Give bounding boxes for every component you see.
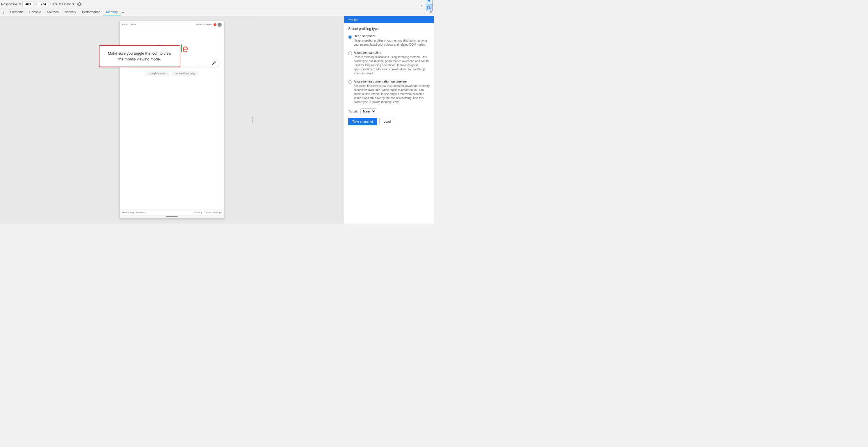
height-input[interactable] (38, 1, 49, 7)
responsive-dropdown-icon[interactable] (19, 3, 21, 5)
action-buttons: Take snapshot Load (348, 118, 430, 125)
search-buttons: Google Search I'm Feeling Lucky (146, 71, 198, 76)
toggle-device-container: Toggle device toolbar Ctrl + Shift + M (426, 0, 433, 11)
apps-icon (214, 23, 216, 26)
toggle-device-button[interactable] (426, 4, 433, 11)
target-label: Target: (348, 110, 358, 113)
images-link[interactable]: Images (204, 23, 212, 26)
allocation-timeline-option: Allocation instrumentation on timeline A… (348, 80, 430, 104)
mobile-nav-links: About Store (122, 23, 136, 26)
load-button[interactable]: Load (379, 118, 395, 125)
google-search-button[interactable]: Google Search (146, 71, 169, 76)
main-content: About Store Gmail Images G o o (0, 16, 434, 224)
resize-handle[interactable] (252, 111, 254, 129)
tab-elements[interactable]: Elements (7, 9, 27, 15)
take-snapshot-button[interactable]: Take snapshot (348, 118, 377, 125)
mobile-header-icons (214, 23, 222, 27)
heap-snapshot-label[interactable]: Heap snapshot Heap snapshot profiles sho… (348, 34, 430, 47)
logo-e: e (182, 43, 188, 55)
tab-performance[interactable]: Performance (79, 9, 103, 15)
target-row: Target: Main (348, 108, 430, 114)
store-link[interactable]: Store (131, 23, 136, 26)
allocation-timeline-desc: Allocation timelines show instrumented J… (354, 84, 430, 104)
svg-marker-0 (19, 3, 21, 5)
panel-content: Select profiling type Heap snapshot Heap… (344, 23, 434, 224)
heap-snapshot-radio[interactable] (348, 35, 352, 39)
zoom-label: 100% (50, 2, 58, 6)
more-options-button[interactable]: ⋮ (419, 1, 424, 7)
about-link[interactable]: About (122, 23, 128, 26)
device-toggle-icon (427, 5, 431, 9)
allocation-sampling-desc: Record memory allocations using sampling… (354, 55, 430, 75)
target-select[interactable]: Main (361, 108, 376, 114)
advertising-link[interactable]: Advertising (122, 211, 134, 214)
heap-snapshot-title: Heap snapshot (354, 34, 430, 38)
tab-console[interactable]: Console (27, 9, 44, 15)
cursor-icon (427, 0, 431, 3)
tab-network[interactable]: Network (62, 9, 79, 15)
mobile-header-right: Gmail Images (196, 23, 222, 27)
mobile-browser-header: About Store Gmail Images (120, 21, 224, 28)
allocation-sampling-option: Allocation sampling Record memory alloca… (348, 51, 430, 75)
tab-sources[interactable]: Sources (44, 9, 61, 15)
devtools-tabs-bar: ⋮ Elements Console Sources Network Perfo… (0, 8, 434, 16)
online-label: Online (62, 2, 71, 6)
heap-snapshot-desc: Heap snapshot profiles show memory distr… (354, 39, 430, 47)
profiles-label: Profiles (348, 18, 359, 22)
tab-memory[interactable]: Memory (103, 9, 121, 15)
dimension-separator: × (35, 2, 36, 6)
heap-snapshot-content: Heap snapshot Heap snapshot profiles sho… (354, 34, 430, 47)
inspect-element-button[interactable] (426, 0, 433, 4)
mic-icon: 🎤 (212, 61, 216, 65)
responsive-label[interactable]: Responsive (1, 2, 18, 6)
svg-marker-2 (72, 3, 74, 5)
resize-dots (252, 117, 253, 123)
mobile-bottom-bar (120, 215, 224, 218)
profiles-section-header[interactable]: Profiles (344, 16, 434, 23)
allocation-sampling-title: Allocation sampling (354, 51, 430, 54)
top-right-controls: ⋮ Toggle device toolbar Ctrl + Shift + M (419, 0, 433, 11)
settings-link[interactable]: Settings (213, 211, 222, 214)
ruler-bar (0, 16, 254, 18)
feeling-lucky-button[interactable]: I'm Feeling Lucky (172, 71, 198, 76)
width-input[interactable] (22, 1, 33, 7)
network-dropdown-icon (72, 3, 74, 5)
zoom-dropdown-icon (59, 3, 61, 5)
terms-link[interactable]: Terms (205, 211, 211, 214)
select-profiling-title: Select profiling type (348, 27, 430, 31)
allocation-sampling-label[interactable]: Allocation sampling Record memory alloca… (348, 51, 430, 75)
zoom-button[interactable]: 100% (50, 2, 61, 6)
resize-dot-2 (252, 120, 253, 123)
resize-dot-1 (252, 117, 253, 119)
browser-viewport: About Store Gmail Images G o o (0, 16, 344, 224)
fit-icon (78, 2, 82, 6)
mobile-footer: Advertising Business Privacy Terms Setti… (120, 210, 224, 215)
device-toolbar: Responsive × 100% Online ⋮ (0, 0, 434, 8)
allocation-timeline-label[interactable]: Allocation instrumentation on timeline A… (348, 80, 430, 104)
callout-box: Make sure you toggle the icon to view th… (99, 45, 180, 67)
svg-rect-5 (430, 7, 431, 9)
memory-panel: Profiles Select profiling type Heap snap… (344, 16, 434, 224)
fit-screen-button[interactable] (77, 1, 82, 7)
gmail-link[interactable]: Gmail (196, 23, 203, 26)
allocation-timeline-title: Allocation instrumentation on timeline (354, 80, 430, 83)
callout-text: Make sure you toggle the icon to view th… (108, 51, 171, 61)
svg-rect-3 (78, 3, 81, 5)
allocation-sampling-content: Allocation sampling Record memory alloca… (354, 51, 430, 75)
allocation-timeline-content: Allocation instrumentation on timeline A… (354, 80, 430, 104)
tab-overflow-button[interactable]: » (121, 9, 125, 15)
business-link[interactable]: Business (136, 211, 146, 214)
user-avatar (218, 23, 222, 27)
home-indicator (166, 216, 178, 217)
allocation-sampling-radio[interactable] (348, 51, 352, 55)
privacy-link[interactable]: Privacy (195, 211, 202, 214)
footer-left-links: Advertising Business (122, 211, 146, 214)
heap-snapshot-option: Heap snapshot Heap snapshot profiles sho… (348, 34, 430, 47)
network-throttle-button[interactable]: Online (62, 2, 74, 6)
svg-marker-1 (59, 3, 61, 5)
allocation-timeline-radio[interactable] (348, 80, 352, 84)
footer-right-links: Privacy Terms Settings (195, 211, 222, 214)
devtools-more-left-button[interactable]: ⋮ (1, 9, 6, 15)
device-controls: Responsive × 100% Online (1, 1, 419, 7)
logo-l: l (180, 43, 182, 55)
